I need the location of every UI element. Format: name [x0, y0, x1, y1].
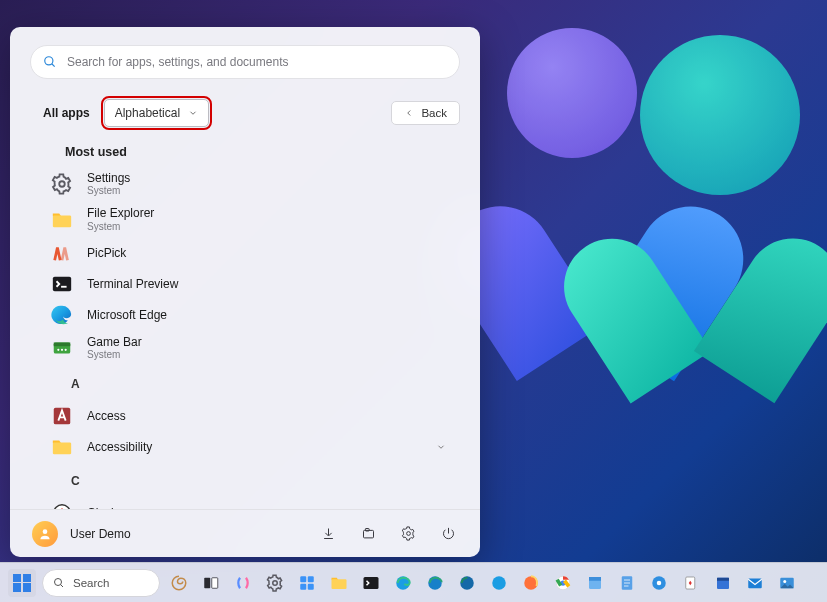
app-item-label: File Explorer: [87, 206, 154, 220]
taskbar-app-notepad[interactable]: [614, 570, 640, 596]
file-explorer-button[interactable]: [354, 520, 382, 548]
svg-rect-3: [53, 215, 71, 227]
taskbar-app-tips[interactable]: [646, 570, 672, 596]
app-item-picpick[interactable]: PicPick: [43, 238, 466, 268]
person-icon: [38, 527, 52, 541]
group-header-c[interactable]: C: [71, 474, 466, 488]
taskbar-app-copilot[interactable]: [230, 570, 256, 596]
svg-rect-48: [748, 578, 762, 588]
start-menu-panel: All apps Alphabetical Back Most used Set…: [10, 27, 480, 557]
app-item-label: PicPick: [87, 246, 126, 260]
taskbar-app-solitaire[interactable]: [678, 570, 704, 596]
svg-rect-17: [365, 529, 369, 532]
svg-rect-47: [717, 577, 729, 580]
app-item-file-explorer[interactable]: File Explorer System: [43, 202, 466, 236]
start-button[interactable]: [8, 569, 36, 597]
taskbar-app-firefox[interactable]: [518, 570, 544, 596]
svg-rect-27: [308, 583, 314, 589]
taskbar: Search: [0, 562, 827, 602]
user-avatar[interactable]: [32, 521, 58, 547]
wallpaper-heart-teal: [615, 195, 790, 385]
file-explorer-icon: [361, 526, 376, 541]
svg-rect-29: [364, 577, 379, 589]
svg-rect-26: [300, 583, 306, 589]
back-button[interactable]: Back: [391, 101, 460, 125]
svg-point-8: [57, 349, 59, 351]
all-apps-label: All apps: [43, 106, 90, 120]
taskbar-app-chrome[interactable]: [550, 570, 576, 596]
svg-point-2: [59, 181, 65, 187]
svg-point-19: [55, 578, 62, 585]
edge-icon: [51, 304, 73, 326]
all-apps-header-row: All apps Alphabetical Back: [10, 99, 480, 127]
sort-dropdown[interactable]: Alphabetical: [104, 99, 209, 127]
widgets-icon: [298, 574, 316, 592]
svg-line-20: [61, 584, 64, 587]
calendar-icon: [714, 574, 732, 592]
taskbar-app-edge-dev[interactable]: [422, 570, 448, 596]
taskbar-search[interactable]: Search: [42, 569, 160, 597]
taskbar-app-snip[interactable]: [582, 570, 608, 596]
cards-icon: [682, 574, 700, 592]
app-item-accessibility[interactable]: Accessibility: [43, 432, 466, 462]
app-item-label: Microsoft Edge: [87, 308, 167, 322]
taskbar-app-calendar[interactable]: [710, 570, 736, 596]
svg-point-50: [783, 580, 786, 583]
app-item-sublabel: System: [87, 221, 154, 233]
taskbar-app-edge-canary[interactable]: [454, 570, 480, 596]
sort-dropdown-label: Alphabetical: [115, 106, 180, 120]
app-item-game-bar[interactable]: Game Bar System: [43, 331, 466, 365]
app-item-sublabel: System: [87, 349, 142, 361]
settings-button[interactable]: [394, 520, 422, 548]
gear-icon: [266, 574, 284, 592]
svg-point-44: [657, 580, 662, 585]
app-item-settings[interactable]: Settings System: [43, 167, 466, 201]
svg-point-13: [54, 505, 71, 509]
taskbar-app-nautilus[interactable]: [166, 570, 192, 596]
app-item-label: Settings: [87, 171, 130, 185]
taskbar-app-edge-beta[interactable]: [486, 570, 512, 596]
gear-icon: [401, 526, 416, 541]
terminal-icon: [51, 273, 73, 295]
downloads-button[interactable]: [314, 520, 342, 548]
taskbar-app-mail[interactable]: [742, 570, 768, 596]
power-button[interactable]: [434, 520, 462, 548]
windows-logo-icon: [13, 574, 31, 592]
tips-icon: [650, 574, 668, 592]
svg-rect-7: [54, 342, 71, 346]
taskbar-app-edge[interactable]: [390, 570, 416, 596]
svg-line-1: [52, 64, 55, 67]
taskbar-app-taskview[interactable]: [198, 570, 224, 596]
app-item-clock[interactable]: Clock: [43, 498, 466, 509]
downloads-icon: [321, 526, 336, 541]
wallpaper-bubble-purple: [507, 28, 637, 158]
svg-rect-25: [308, 576, 314, 582]
taskbar-app-settings[interactable]: [262, 570, 288, 596]
start-search-box[interactable]: [30, 45, 460, 79]
taskbar-app-photos[interactable]: [774, 570, 800, 596]
taskview-icon: [202, 574, 220, 592]
back-button-label: Back: [421, 107, 447, 119]
edge-icon: [426, 574, 444, 592]
start-search-input[interactable]: [67, 55, 447, 69]
folder-icon: [330, 574, 348, 592]
app-item-sublabel: System: [87, 185, 130, 197]
notepad-icon: [618, 574, 636, 592]
taskbar-app-terminal[interactable]: [358, 570, 384, 596]
edge-icon: [490, 574, 508, 592]
edge-icon: [458, 574, 476, 592]
taskbar-app-widgets[interactable]: [294, 570, 320, 596]
app-list: Most used Settings System File Explorer …: [10, 139, 480, 509]
app-item-access[interactable]: Access: [43, 401, 466, 431]
user-name-label[interactable]: User Demo: [70, 527, 131, 541]
group-header-a[interactable]: A: [71, 377, 466, 391]
section-most-used: Most used: [65, 145, 466, 159]
folder-icon: [51, 209, 73, 231]
picpick-icon: [51, 242, 73, 264]
app-item-label: Game Bar: [87, 335, 142, 349]
taskbar-app-explorer[interactable]: [326, 570, 352, 596]
app-item-edge[interactable]: Microsoft Edge: [43, 300, 466, 330]
app-item-terminal-preview[interactable]: Terminal Preview: [43, 269, 466, 299]
search-icon: [43, 55, 57, 69]
svg-rect-12: [53, 443, 71, 455]
